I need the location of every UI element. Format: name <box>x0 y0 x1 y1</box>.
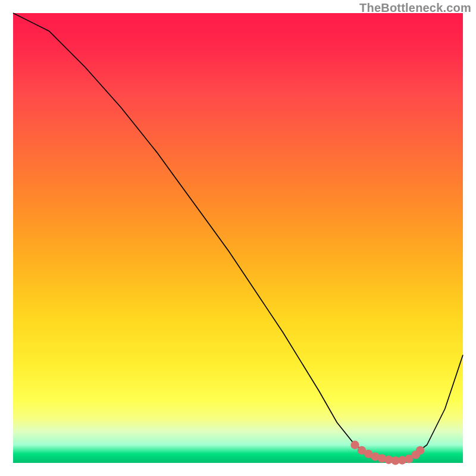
watermark-text: TheBottleneck.com <box>359 1 471 15</box>
chart-svg <box>13 13 463 463</box>
marker-dot <box>416 446 424 455</box>
plot-area <box>13 13 463 463</box>
bottleneck-curve <box>13 13 463 461</box>
chart-container: TheBottleneck.com <box>0 0 476 476</box>
marker-dot <box>350 441 359 449</box>
optimal-range-markers <box>350 441 424 465</box>
